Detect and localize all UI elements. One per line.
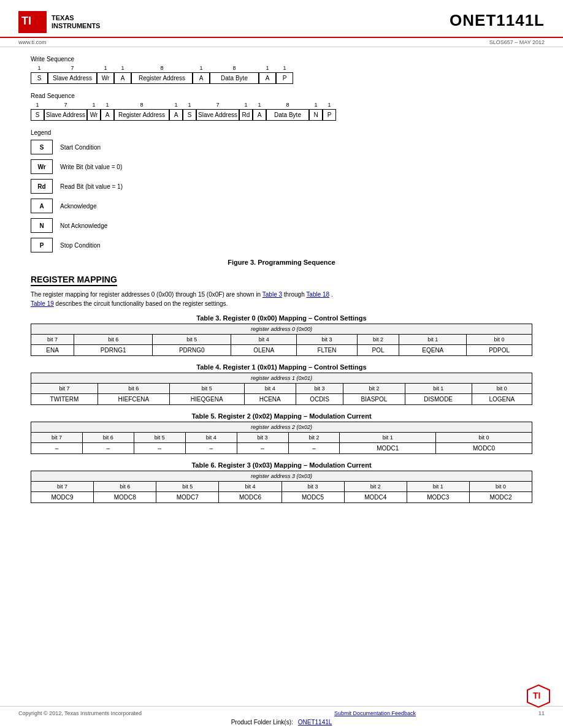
t6-v5: MODC4 bbox=[344, 492, 407, 503]
header: TI TEXASINSTRUMENTS ONET1141L bbox=[0, 0, 563, 38]
t6-v4: MODC5 bbox=[282, 492, 344, 503]
t5-v2: – bbox=[134, 443, 185, 454]
product-title: ONET1141L bbox=[450, 11, 545, 30]
table-3-addr-row: register address 0 (0x00) bbox=[31, 324, 532, 335]
register-mapping-section: REGISTER MAPPING The register mapping fo… bbox=[31, 275, 532, 308]
t4-v7: LOGENA bbox=[472, 394, 532, 405]
t3-h2: bit 5 bbox=[153, 335, 231, 345]
legend-item-n: N Not Acknowledge bbox=[31, 218, 532, 233]
t4-h6: bit 1 bbox=[405, 384, 472, 394]
table-6-values: MODC9 MODC8 MODC7 MODC6 MODC5 MODC4 MODC… bbox=[31, 492, 532, 503]
table-4: register address 1 (0x01) bit 7 bit 6 bi… bbox=[31, 373, 532, 405]
t5-v1: – bbox=[82, 443, 134, 454]
t5-v3: – bbox=[185, 443, 237, 454]
t6-h5: bit 2 bbox=[344, 482, 407, 492]
link-table18[interactable]: Table 18 bbox=[306, 291, 329, 298]
t3-v6: EQENA bbox=[399, 345, 467, 356]
doc-ref: SLOS657 – MAY 2012 bbox=[489, 39, 545, 45]
table-4-header: bit 7 bit 6 bit 5 bit 4 bit 3 bit 2 bit … bbox=[31, 384, 532, 394]
table-6-addr: register address 3 (0x03) bbox=[31, 471, 532, 482]
legend-item-p: P Stop Condition bbox=[31, 238, 532, 252]
legend-item-wr: Wr Write Bit (bit value = 0) bbox=[31, 159, 532, 174]
ws-cell-a3: A bbox=[259, 72, 276, 84]
t3-h3: bit 4 bbox=[231, 335, 297, 345]
t3-v1: PDRNG1 bbox=[74, 345, 153, 356]
t5-v5: – bbox=[288, 443, 340, 454]
rs-cell-n: N bbox=[309, 109, 323, 121]
rs-cell-slave-addr2: Slave Address bbox=[196, 109, 239, 121]
rm-desc-text: The register mapping for register addres… bbox=[31, 291, 261, 298]
read-sequence: Read Sequence 1 7 1 1 8 1 1 7 1 1 8 1 1 … bbox=[31, 93, 532, 121]
t4-h7: bit 0 bbox=[472, 384, 532, 394]
table-4-title: Table 4. Register 1 (0x01) Mapping – Con… bbox=[31, 363, 532, 371]
t4-h2: bit 5 bbox=[169, 384, 244, 394]
t5-h5: bit 2 bbox=[288, 433, 340, 443]
t3-h7: bit 0 bbox=[467, 335, 532, 345]
table-3: register address 0 (0x00) bit 7 bit 6 bi… bbox=[31, 324, 532, 356]
page: TI TEXASINSTRUMENTS ONET1141L www.ti.com… bbox=[0, 0, 563, 728]
table-6-section: Table 6. Register 3 (0x03) Mapping – Mod… bbox=[31, 461, 532, 503]
t3-v7: PDPOL bbox=[467, 345, 532, 356]
ti-logo-icon: TI bbox=[18, 11, 47, 33]
t4-v3: HCENA bbox=[244, 394, 296, 405]
table-5-header: bit 7 bit 6 bit 5 bit 4 bit 3 bit 2 bit … bbox=[31, 433, 532, 443]
legend-desc-a: Acknowledge bbox=[60, 203, 96, 210]
t5-v4: – bbox=[237, 443, 288, 454]
ws-cell-a1: A bbox=[114, 72, 131, 84]
table-3-values: ENA PDRNG1 PDRNG0 OLENA FLTEN POL EQENA … bbox=[31, 345, 532, 356]
rs-cell-s2: S bbox=[183, 109, 196, 121]
read-seq-numbers: 1 7 1 1 8 1 1 7 1 1 8 1 1 bbox=[31, 102, 532, 108]
t4-v2: HIEQGENA bbox=[169, 394, 244, 405]
ws-cell-s: S bbox=[31, 72, 48, 84]
t4-h5: bit 2 bbox=[343, 384, 405, 394]
legend-item-a: A Acknowledge bbox=[31, 199, 532, 213]
legend-box-wr: Wr bbox=[31, 159, 53, 174]
t6-h3: bit 4 bbox=[219, 482, 282, 492]
ws-cell-reg-addr: Register Address bbox=[131, 72, 193, 84]
t6-v7: MODC2 bbox=[469, 492, 532, 503]
legend-desc-n: Not Acknowledge bbox=[60, 222, 107, 229]
sub-header: www.ti.com SLOS657 – MAY 2012 bbox=[0, 38, 563, 47]
table-5-addr: register address 2 (0x02) bbox=[31, 422, 532, 433]
t3-v0: ENA bbox=[31, 345, 74, 356]
t3-h4: bit 3 bbox=[297, 335, 358, 345]
t3-h1: bit 6 bbox=[74, 335, 153, 345]
svg-text:TI: TI bbox=[533, 691, 540, 700]
table-6-header: bit 7 bit 6 bit 5 bit 4 bit 3 bit 2 bit … bbox=[31, 482, 532, 492]
t6-h2: bit 5 bbox=[156, 482, 219, 492]
register-mapping-desc: The register mapping for register addres… bbox=[31, 290, 532, 308]
legend-desc-wr: Write Bit (bit value = 0) bbox=[60, 164, 122, 170]
t6-h4: bit 3 bbox=[282, 482, 344, 492]
write-seq-numbers: 1 7 1 1 8 1 8 1 1 bbox=[31, 65, 532, 71]
link-table3[interactable]: Table 3 bbox=[262, 291, 282, 298]
t4-h0: bit 7 bbox=[31, 384, 98, 394]
t6-v2: MODC7 bbox=[156, 492, 219, 503]
table-4-addr: register address 1 (0x01) bbox=[31, 373, 532, 384]
footer-copyright: Copyright © 2012, Texas Instruments Inco… bbox=[18, 710, 142, 716]
table-4-section: Table 4. Register 1 (0x01) Mapping – Con… bbox=[31, 363, 532, 405]
write-sequence: Write Sequence 1 7 1 1 8 1 8 1 1 S Slave… bbox=[31, 56, 532, 84]
legend-box-p: P bbox=[31, 238, 53, 252]
rs-cell-wr: Wr bbox=[87, 109, 101, 121]
link-table19[interactable]: Table 19 bbox=[31, 300, 54, 307]
t6-v0: MODC9 bbox=[31, 492, 94, 503]
footer-page-number: 11 bbox=[538, 710, 545, 716]
table-3-header: bit 7 bit 6 bit 5 bit 4 bit 3 bit 2 bit … bbox=[31, 335, 532, 345]
rs-cell-slave-addr: Slave Address bbox=[44, 109, 87, 121]
rs-cell-a1: A bbox=[101, 109, 114, 121]
corner-logo: TI bbox=[526, 684, 551, 710]
t3-h0: bit 7 bbox=[31, 335, 74, 345]
footer-feedback: Submit Documentation Feedback 11 bbox=[334, 710, 545, 716]
table-5-addr-row: register address 2 (0x02) bbox=[31, 422, 532, 433]
t3-h5: bit 2 bbox=[357, 335, 399, 345]
footer: Copyright © 2012, Texas Instruments Inco… bbox=[0, 706, 563, 728]
t4-v6: DISMODE bbox=[405, 394, 472, 405]
footer-feedback-link[interactable]: Submit Documentation Feedback bbox=[334, 710, 416, 716]
t5-h2: bit 5 bbox=[134, 433, 185, 443]
product-folder-link[interactable]: ONET1141L bbox=[298, 719, 332, 726]
t5-h3: bit 4 bbox=[185, 433, 237, 443]
ws-cell-data: Data Byte bbox=[210, 72, 259, 84]
legend-desc-s: Start Condition bbox=[60, 144, 101, 151]
rm-through: through bbox=[284, 291, 307, 298]
ws-cell-slave-addr: Slave Address bbox=[48, 72, 97, 84]
